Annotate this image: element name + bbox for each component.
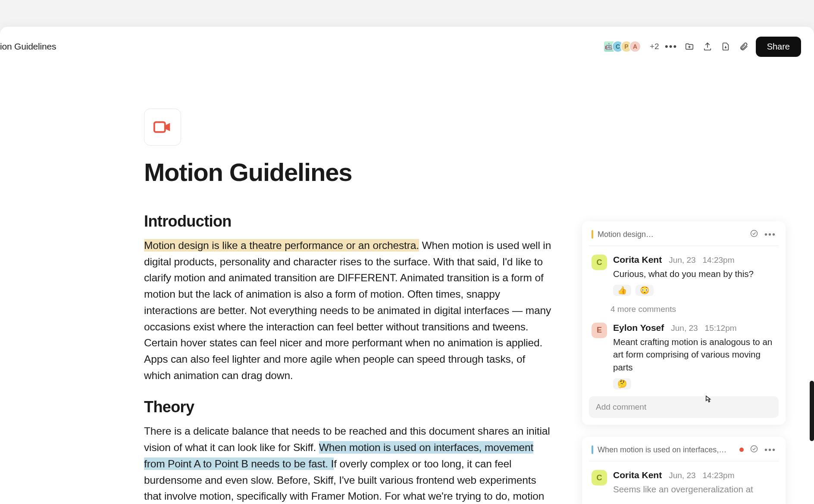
svg-point-1 [751, 230, 757, 237]
comment: E Eylon Yosef Jun, 23 15:12pm Meant craf… [589, 321, 779, 392]
comment-author: Eylon Yosef [613, 323, 664, 333]
export-icon[interactable] [701, 40, 714, 53]
thread-quote-snippet[interactable]: Motion design… [598, 230, 745, 239]
resolve-thread-icon[interactable] [750, 229, 758, 240]
reaction-thinking[interactable]: 🤔 [613, 378, 631, 389]
paragraph[interactable]: Motion design is like a theatre performa… [144, 237, 551, 383]
svg-rect-0 [154, 122, 165, 132]
video-camera-icon [153, 117, 172, 137]
document-icon[interactable] [144, 109, 181, 146]
thread-more-icon[interactable]: ••• [764, 445, 776, 455]
comment-time: 14:23pm [703, 255, 735, 265]
thread-more-icon[interactable]: ••• [764, 230, 776, 240]
breadcrumb-title[interactable]: ion Guidelines [0, 41, 56, 52]
comment-author: Corita Kent [613, 470, 662, 480]
avatar[interactable]: E [592, 323, 607, 338]
body-text-span[interactable]: When motion is used well in digital prod… [144, 240, 551, 381]
paragraph[interactable]: There is a delicate balance that needs t… [144, 423, 551, 504]
reaction-row: 🤔 [613, 378, 776, 389]
document-window: ion Guidelines 🤖 C P A +2 ••• [0, 27, 814, 504]
top-toolbar: ion Guidelines 🤖 C P A +2 ••• [0, 34, 801, 59]
quote-indicator-icon [592, 230, 593, 239]
more-options-icon[interactable]: ••• [665, 40, 677, 53]
thread-quote-snippet[interactable]: When motion is used on interfaces,… [598, 445, 735, 454]
reaction-row: 👍 😳 [613, 285, 776, 296]
thread-header: Motion design… ••• [589, 229, 779, 246]
comment-thread[interactable]: When motion is used on interfaces,… ••• … [582, 437, 786, 504]
comment-time: 14:23pm [703, 471, 735, 480]
comment-date: Jun, 23 [671, 324, 698, 333]
scrollbar-thumb[interactable] [810, 381, 814, 441]
attachment-icon[interactable] [738, 40, 750, 53]
section-heading-introduction[interactable]: Introduction [144, 212, 551, 230]
avatar[interactable]: C [592, 255, 607, 270]
quote-indicator-icon [592, 445, 593, 454]
reaction-thumbs-up[interactable]: 👍 [613, 285, 631, 296]
reaction-flushed[interactable]: 😳 [636, 285, 654, 296]
add-comment-input[interactable]: Add comment [589, 396, 779, 418]
document-body: Motion Guidelines Introduction Motion de… [144, 109, 551, 504]
comment: C Corita Kent Jun, 23 14:23pm Curious, w… [589, 253, 779, 299]
avatar[interactable]: A [629, 40, 641, 53]
comment-time: 15:12pm [705, 324, 737, 333]
unread-indicator-icon [739, 448, 744, 452]
move-to-folder-icon[interactable] [683, 40, 695, 53]
comment-thread[interactable]: Motion design… ••• C Corita Kent Jun, 23… [582, 221, 786, 425]
svg-point-2 [751, 446, 757, 452]
comment-date: Jun, 23 [669, 255, 695, 265]
section-heading-theory[interactable]: Theory [144, 398, 551, 416]
collaborator-overflow-count[interactable]: +2 [650, 42, 659, 51]
comment-author: Corita Kent [613, 255, 662, 265]
comment-date: Jun, 23 [669, 471, 695, 480]
thread-actions: ••• [750, 229, 776, 240]
thread-actions: ••• [739, 445, 776, 455]
share-button[interactable]: Share [756, 37, 801, 57]
highlighted-text[interactable]: Motion design is like a theatre performa… [144, 239, 419, 252]
avatar[interactable]: C [592, 470, 607, 485]
resolve-thread-icon[interactable] [750, 445, 758, 455]
comment-text[interactable]: Seems like an overgeneralization at [613, 483, 776, 496]
more-comments-link[interactable]: 4 more comments [589, 299, 779, 321]
thread-header: When motion is used on interfaces,… ••• [589, 445, 779, 461]
comment: C Corita Kent Jun, 23 14:23pm Seems like… [589, 468, 779, 503]
comment-text[interactable]: Curious, what do you mean by this? [613, 268, 776, 280]
page-title[interactable]: Motion Guidelines [144, 158, 551, 187]
toolbar-right-group: 🤖 C P A +2 ••• Share [603, 37, 801, 57]
download-document-icon[interactable] [720, 40, 732, 53]
comment-text[interactable]: Meant crafting motion is analogous to an… [613, 336, 776, 374]
collaborator-avatars[interactable]: 🤖 C P A [603, 40, 641, 53]
